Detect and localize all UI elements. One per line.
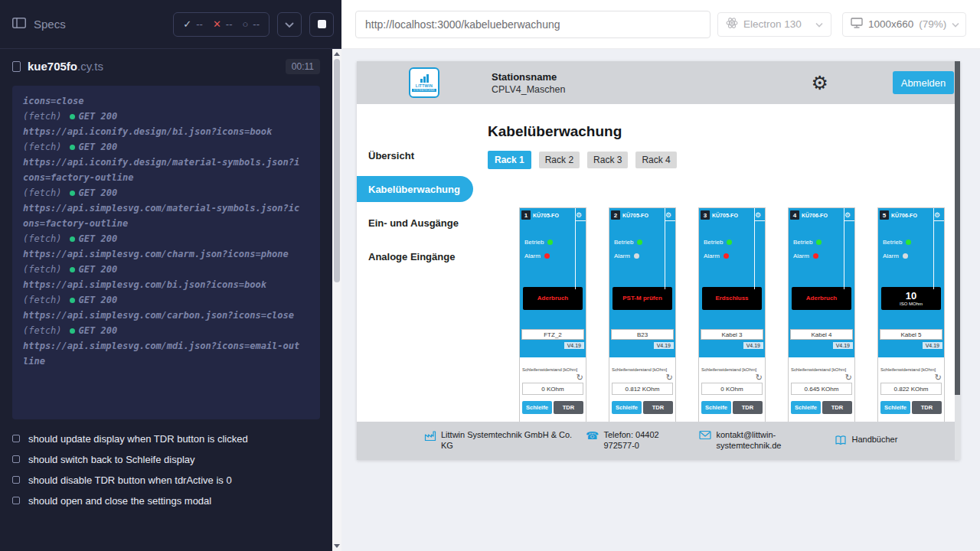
sidebar-item-uebersicht[interactable]: Übersicht xyxy=(357,142,473,168)
sidebar-item-analoge-eingaenge[interactable]: Analoge Eingänge xyxy=(357,243,473,269)
device-card-3: 3 KÜ705-FO ⚙ Betrieb Alarm Erdschluss xyxy=(698,207,766,431)
tdr-button[interactable]: TDR xyxy=(733,401,763,414)
schleife-button[interactable]: Schleife xyxy=(522,401,552,414)
tab-rack-3[interactable]: Rack 3 xyxy=(587,152,628,168)
runner-scrollbar[interactable] xyxy=(332,49,341,551)
refresh-icon[interactable]: ↻ xyxy=(756,373,763,382)
stop-button[interactable] xyxy=(309,12,334,37)
tdr-button[interactable]: TDR xyxy=(554,401,583,414)
pending-circle-icon: ○ xyxy=(242,18,248,30)
status-dot-icon xyxy=(70,145,75,150)
schleife-button[interactable]: Schleife xyxy=(791,401,821,414)
card-gear-icon[interactable]: ⚙ xyxy=(665,212,674,219)
logout-button[interactable]: Abmelden xyxy=(893,71,954,94)
spec-name: kue705fo xyxy=(28,60,77,73)
phone-icon: ☎ xyxy=(586,430,599,441)
status-dot-icon xyxy=(70,236,75,242)
card-model: KÜ705-FO xyxy=(533,213,559,218)
footer-manuals[interactable]: Handbücher xyxy=(835,435,897,448)
footer-email: kontakt@littwin-systemtechnik.de xyxy=(699,430,809,452)
firmware-version: V4.19 xyxy=(833,342,853,349)
device-cards: 1 KÜ705-FO ⚙ Betrieb Alarm Aderbruch xyxy=(519,207,960,431)
chevron-down-icon xyxy=(952,18,959,30)
failed-stat: ✕-- xyxy=(213,18,233,30)
tab-rack-4[interactable]: Rack 4 xyxy=(635,152,676,168)
card-number: 1 xyxy=(521,210,531,220)
schleife-button[interactable]: Schleife xyxy=(701,401,731,414)
refresh-icon[interactable]: ↻ xyxy=(935,373,942,382)
log-entry[interactable]: (fetch)GET 200 https://api.simplesvg.com… xyxy=(23,292,303,323)
betrieb-led xyxy=(727,240,732,245)
url-input[interactable] xyxy=(355,11,710,38)
resistance-label: Schleifenwiderstand [kOhm] xyxy=(701,367,763,372)
schleife-button[interactable]: Schleife xyxy=(880,401,910,414)
refresh-icon[interactable]: ↻ xyxy=(666,373,673,382)
app-scrollbar-thumb[interactable] xyxy=(955,61,960,395)
sidebar-item-kabelueberwachung[interactable]: Kabelüberwachung xyxy=(357,176,473,202)
log-continuation[interactable]: icons=close xyxy=(23,93,303,109)
scroll-up-icon[interactable] xyxy=(334,52,340,56)
spec-header[interactable]: kue705fo.cy.ts 00:11 xyxy=(0,49,341,84)
collapse-button[interactable] xyxy=(277,12,302,37)
tab-rack-1[interactable]: Rack 1 xyxy=(488,151,531,169)
schleife-button[interactable]: Schleife xyxy=(612,401,642,414)
specs-toggle-icon[interactable] xyxy=(12,18,26,31)
scroll-down-icon[interactable] xyxy=(334,544,340,548)
viewport-size: 1000x660 xyxy=(868,18,913,30)
station-label: Stationsname xyxy=(492,71,565,83)
test-item[interactable]: should update display when TDR button is… xyxy=(12,429,320,449)
sidebar-item-ein-und-ausgaenge[interactable]: Ein- und Ausgänge xyxy=(357,210,473,236)
cable-name: Kabel 4 xyxy=(790,329,853,340)
card-model: KÜ706-FO xyxy=(891,213,917,218)
status-box: Erdschluss xyxy=(702,287,762,310)
card-gear-icon[interactable]: ⚙ xyxy=(844,212,853,219)
passed-stat: ✓-- xyxy=(183,18,203,30)
log-entry[interactable]: (fetch)GET 200 https://api.iconify.desig… xyxy=(23,109,303,139)
viewport-zoom: (79%) xyxy=(919,18,946,30)
spec-file-icon xyxy=(12,61,21,72)
betrieb-label: Betrieb xyxy=(524,239,544,246)
firmware-version: V4.19 xyxy=(743,342,763,349)
status-dot-icon xyxy=(70,191,75,196)
x-icon: ✕ xyxy=(213,18,221,30)
test-item[interactable]: should disable TDR button when tdrActive… xyxy=(12,470,320,491)
log-entry[interactable]: (fetch)GET 200 https://api.simplesvg.com… xyxy=(23,262,303,292)
app-footer: Littwin Systemtechnik GmbH & Co. KG ☎ Te… xyxy=(357,422,960,460)
card-model: KÜ705-FO xyxy=(712,213,738,218)
main-content: Kabelüberwachung Rack 1 Rack 2 Rack 3 Ra… xyxy=(473,104,960,422)
device-card-1: 1 KÜ705-FO ⚙ Betrieb Alarm Aderbruch xyxy=(519,207,586,431)
tdr-button[interactable]: TDR xyxy=(912,401,942,414)
resistance-label: Schleifenwiderstand [kOhm] xyxy=(880,367,942,372)
spec-extension: .cy.ts xyxy=(77,60,103,73)
test-runner-panel: Specs ✓-- ✕-- ○-- kue705fo.cy.ts 00:11 i… xyxy=(0,0,341,551)
scrollbar-thumb[interactable] xyxy=(334,59,340,282)
viewport-select[interactable]: 1000x660 (79%) xyxy=(842,12,966,37)
tdr-button[interactable]: TDR xyxy=(643,401,673,414)
refresh-icon[interactable]: ↻ xyxy=(845,373,852,382)
log-entry[interactable]: (fetch)GET 200 https://api.simplesvg.com… xyxy=(23,323,303,369)
settings-gear-icon[interactable]: ⚙ xyxy=(812,73,828,93)
firmware-version: V4.19 xyxy=(654,342,674,349)
card-gear-icon[interactable]: ⚙ xyxy=(934,212,942,219)
alarm-label: Alarm xyxy=(793,253,809,259)
status-box: PST-M prüfen xyxy=(612,287,672,310)
refresh-icon[interactable]: ↻ xyxy=(577,373,583,382)
test-item[interactable]: should switch back to Schleife display xyxy=(12,449,320,470)
device-card-5: 5 KÜ706-FO ⚙ Betrieb Alarm 10 xyxy=(877,207,945,431)
tdr-button[interactable]: TDR xyxy=(822,401,852,414)
check-icon: ✓ xyxy=(183,18,191,30)
betrieb-led xyxy=(547,240,553,245)
cable-name: B23 xyxy=(611,329,674,340)
status-box: 10 ISO MOhm xyxy=(881,287,941,310)
log-entry[interactable]: (fetch)GET 200 https://api.iconify.desig… xyxy=(23,139,303,185)
app-scrollbar[interactable] xyxy=(955,61,960,460)
log-entry[interactable]: (fetch)GET 200 https://api.simplesvg.com… xyxy=(23,231,303,262)
log-entry[interactable]: (fetch)GET 200 https://api.simplesvg.com… xyxy=(23,185,303,231)
browser-select[interactable]: Electron 130 xyxy=(717,12,831,37)
card-number: 2 xyxy=(611,210,620,220)
test-item[interactable]: should open and close the settings modal xyxy=(12,491,320,511)
tab-rack-2[interactable]: Rack 2 xyxy=(539,152,580,168)
card-gear-icon[interactable]: ⚙ xyxy=(576,212,584,219)
card-gear-icon[interactable]: ⚙ xyxy=(755,212,763,219)
spec-timer: 00:11 xyxy=(286,59,320,74)
